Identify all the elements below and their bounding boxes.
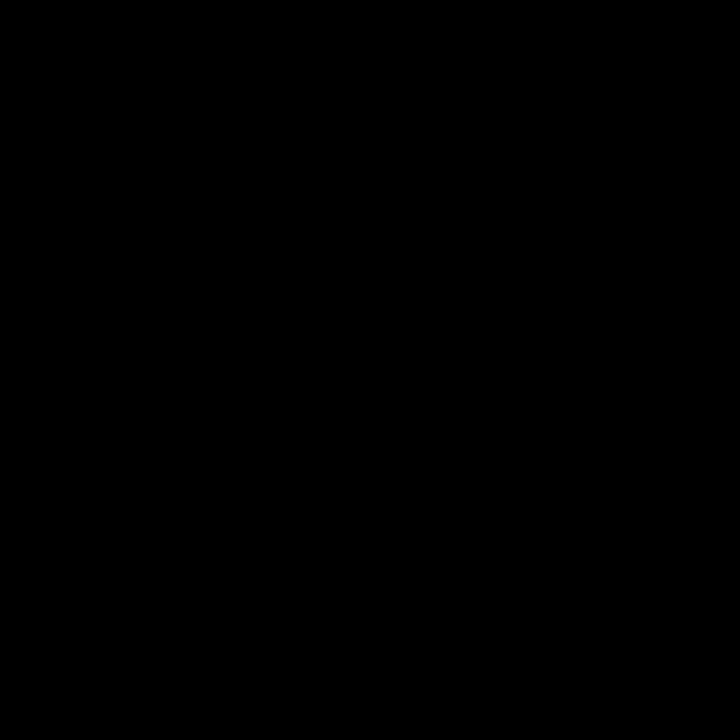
chart-frame bbox=[0, 0, 728, 728]
heatmap-canvas bbox=[22, 31, 295, 167]
